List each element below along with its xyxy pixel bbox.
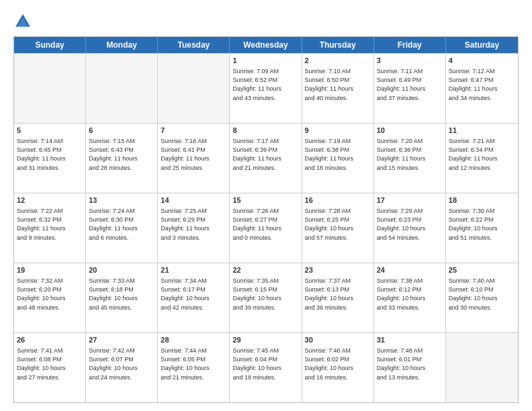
day-30: 30Sunrise: 7:46 AM Sunset: 6:02 PM Dayli… xyxy=(302,333,374,402)
day-info: Sunrise: 7:09 AM Sunset: 6:52 PM Dayligh… xyxy=(232,67,298,102)
day-info: Sunrise: 7:19 AM Sunset: 6:38 PM Dayligh… xyxy=(305,137,371,172)
day-info: Sunrise: 7:38 AM Sunset: 6:12 PM Dayligh… xyxy=(377,277,443,312)
day-number: 11 xyxy=(449,126,515,136)
day-number: 10 xyxy=(377,126,443,136)
day-13: 13Sunrise: 7:24 AM Sunset: 6:30 PM Dayli… xyxy=(86,193,158,263)
day-info: Sunrise: 7:40 AM Sunset: 6:10 PM Dayligh… xyxy=(449,277,515,312)
day-number: 28 xyxy=(161,335,226,345)
day-info: Sunrise: 7:37 AM Sunset: 6:13 PM Dayligh… xyxy=(305,277,371,312)
week-row-5: 26Sunrise: 7:41 AM Sunset: 6:08 PM Dayli… xyxy=(14,332,518,402)
day-7: 7Sunrise: 7:16 AM Sunset: 6:41 PM Daylig… xyxy=(158,124,230,193)
day-info: Sunrise: 7:41 AM Sunset: 6:08 PM Dayligh… xyxy=(17,347,83,381)
day-number: 24 xyxy=(377,265,443,275)
day-22: 22Sunrise: 7:35 AM Sunset: 6:15 PM Dayli… xyxy=(230,263,302,332)
week-row-2: 5Sunrise: 7:14 AM Sunset: 6:45 PM Daylig… xyxy=(14,123,518,193)
empty-cell xyxy=(158,54,230,123)
day-number: 17 xyxy=(377,195,443,205)
calendar-body: 1Sunrise: 7:09 AM Sunset: 6:52 PM Daylig… xyxy=(14,53,518,402)
day-number: 9 xyxy=(305,126,371,136)
week-row-4: 19Sunrise: 7:32 AM Sunset: 6:20 PM Dayli… xyxy=(14,263,518,332)
day-info: Sunrise: 7:45 AM Sunset: 6:04 PM Dayligh… xyxy=(232,347,298,381)
day-24: 24Sunrise: 7:38 AM Sunset: 6:12 PM Dayli… xyxy=(374,263,446,332)
day-number: 22 xyxy=(232,265,298,275)
day-info: Sunrise: 7:42 AM Sunset: 6:07 PM Dayligh… xyxy=(89,347,154,381)
day-number: 5 xyxy=(17,126,83,136)
day-info: Sunrise: 7:21 AM Sunset: 6:34 PM Dayligh… xyxy=(449,137,515,172)
day-number: 30 xyxy=(305,335,371,345)
day-29: 29Sunrise: 7:45 AM Sunset: 6:04 PM Dayli… xyxy=(230,333,302,402)
day-4: 4Sunrise: 7:12 AM Sunset: 6:47 PM Daylig… xyxy=(446,54,518,123)
day-info: Sunrise: 7:29 AM Sunset: 6:23 PM Dayligh… xyxy=(377,207,443,242)
weekday-header: Monday xyxy=(86,37,158,53)
day-14: 14Sunrise: 7:25 AM Sunset: 6:29 PM Dayli… xyxy=(158,193,230,263)
day-15: 15Sunrise: 7:26 AM Sunset: 6:27 PM Dayli… xyxy=(230,193,302,263)
day-info: Sunrise: 7:25 AM Sunset: 6:29 PM Dayligh… xyxy=(161,207,226,242)
day-23: 23Sunrise: 7:37 AM Sunset: 6:13 PM Dayli… xyxy=(302,263,374,332)
day-18: 18Sunrise: 7:30 AM Sunset: 6:22 PM Dayli… xyxy=(446,193,518,263)
day-11: 11Sunrise: 7:21 AM Sunset: 6:34 PM Dayli… xyxy=(446,124,518,193)
day-number: 18 xyxy=(449,195,515,205)
day-31: 31Sunrise: 7:48 AM Sunset: 6:01 PM Dayli… xyxy=(374,333,446,402)
day-26: 26Sunrise: 7:41 AM Sunset: 6:08 PM Dayli… xyxy=(14,333,86,402)
day-info: Sunrise: 7:20 AM Sunset: 6:36 PM Dayligh… xyxy=(377,137,443,172)
day-number: 21 xyxy=(161,265,226,275)
day-info: Sunrise: 7:46 AM Sunset: 6:02 PM Dayligh… xyxy=(305,347,371,381)
day-3: 3Sunrise: 7:11 AM Sunset: 6:49 PM Daylig… xyxy=(374,54,446,123)
day-info: Sunrise: 7:17 AM Sunset: 6:39 PM Dayligh… xyxy=(232,137,298,172)
header xyxy=(13,12,519,31)
day-28: 28Sunrise: 7:44 AM Sunset: 6:05 PM Dayli… xyxy=(158,333,230,402)
day-number: 27 xyxy=(89,335,154,345)
day-number: 16 xyxy=(305,195,371,205)
day-number: 6 xyxy=(89,126,154,136)
day-info: Sunrise: 7:28 AM Sunset: 6:25 PM Dayligh… xyxy=(305,207,371,242)
day-17: 17Sunrise: 7:29 AM Sunset: 6:23 PM Dayli… xyxy=(374,193,446,263)
day-number: 20 xyxy=(89,265,154,275)
day-19: 19Sunrise: 7:32 AM Sunset: 6:20 PM Dayli… xyxy=(14,263,86,332)
day-6: 6Sunrise: 7:15 AM Sunset: 6:43 PM Daylig… xyxy=(86,124,158,193)
weekday-header: Wednesday xyxy=(230,37,302,53)
day-info: Sunrise: 7:26 AM Sunset: 6:27 PM Dayligh… xyxy=(232,207,298,242)
week-row-3: 12Sunrise: 7:22 AM Sunset: 6:32 PM Dayli… xyxy=(14,193,518,263)
empty-cell xyxy=(14,54,86,123)
day-number: 1 xyxy=(232,56,298,66)
day-number: 12 xyxy=(17,195,83,205)
day-info: Sunrise: 7:12 AM Sunset: 6:47 PM Dayligh… xyxy=(449,67,515,102)
day-info: Sunrise: 7:22 AM Sunset: 6:32 PM Dayligh… xyxy=(17,207,83,242)
day-info: Sunrise: 7:48 AM Sunset: 6:01 PM Dayligh… xyxy=(377,347,443,381)
day-number: 31 xyxy=(377,335,443,345)
day-info: Sunrise: 7:11 AM Sunset: 6:49 PM Dayligh… xyxy=(377,67,443,102)
day-number: 23 xyxy=(305,265,371,275)
day-info: Sunrise: 7:32 AM Sunset: 6:20 PM Dayligh… xyxy=(17,277,83,312)
weekday-header: Saturday xyxy=(446,37,518,53)
logo-icon xyxy=(13,12,32,31)
day-number: 8 xyxy=(232,126,298,136)
day-number: 3 xyxy=(377,56,443,66)
day-number: 2 xyxy=(305,56,371,66)
day-12: 12Sunrise: 7:22 AM Sunset: 6:32 PM Dayli… xyxy=(14,193,86,263)
day-number: 29 xyxy=(232,335,298,345)
day-21: 21Sunrise: 7:34 AM Sunset: 6:17 PM Dayli… xyxy=(158,263,230,332)
day-number: 7 xyxy=(161,126,226,136)
calendar: SundayMondayTuesdayWednesdayThursdayFrid… xyxy=(13,36,519,403)
day-info: Sunrise: 7:30 AM Sunset: 6:22 PM Dayligh… xyxy=(449,207,515,242)
day-10: 10Sunrise: 7:20 AM Sunset: 6:36 PM Dayli… xyxy=(374,124,446,193)
day-number: 25 xyxy=(449,265,515,275)
day-info: Sunrise: 7:15 AM Sunset: 6:43 PM Dayligh… xyxy=(89,137,154,172)
day-number: 14 xyxy=(161,195,226,205)
day-1: 1Sunrise: 7:09 AM Sunset: 6:52 PM Daylig… xyxy=(230,54,302,123)
week-row-1: 1Sunrise: 7:09 AM Sunset: 6:52 PM Daylig… xyxy=(14,53,518,123)
logo xyxy=(13,12,35,31)
day-9: 9Sunrise: 7:19 AM Sunset: 6:38 PM Daylig… xyxy=(302,124,374,193)
day-16: 16Sunrise: 7:28 AM Sunset: 6:25 PM Dayli… xyxy=(302,193,374,263)
day-8: 8Sunrise: 7:17 AM Sunset: 6:39 PM Daylig… xyxy=(230,124,302,193)
day-25: 25Sunrise: 7:40 AM Sunset: 6:10 PM Dayli… xyxy=(446,263,518,332)
day-info: Sunrise: 7:10 AM Sunset: 6:50 PM Dayligh… xyxy=(305,67,371,102)
day-5: 5Sunrise: 7:14 AM Sunset: 6:45 PM Daylig… xyxy=(14,124,86,193)
day-info: Sunrise: 7:44 AM Sunset: 6:05 PM Dayligh… xyxy=(161,347,226,381)
day-number: 15 xyxy=(232,195,298,205)
empty-cell xyxy=(446,333,518,402)
calendar-header: SundayMondayTuesdayWednesdayThursdayFrid… xyxy=(14,37,518,53)
weekday-header: Sunday xyxy=(14,37,86,53)
day-info: Sunrise: 7:24 AM Sunset: 6:30 PM Dayligh… xyxy=(89,207,154,242)
day-27: 27Sunrise: 7:42 AM Sunset: 6:07 PM Dayli… xyxy=(86,333,158,402)
